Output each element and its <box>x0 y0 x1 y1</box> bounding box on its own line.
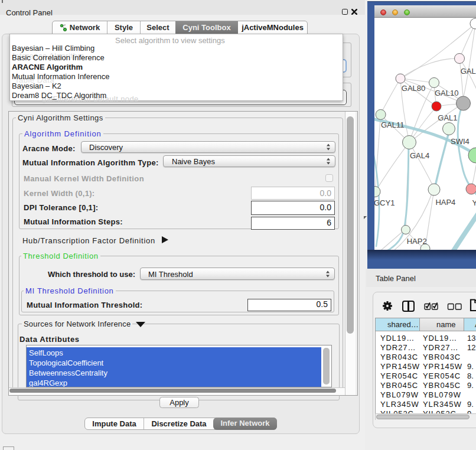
svg-text:SWI4: SWI4 <box>451 137 470 146</box>
svg-text:HAP4: HAP4 <box>435 198 455 207</box>
svg-text:HAP2: HAP2 <box>407 237 427 246</box>
svg-text:YEL0: YEL0 <box>472 198 476 207</box>
svg-text:GAL2: GAL2 <box>461 67 476 76</box>
svg-text:GAL1: GAL1 <box>438 113 457 122</box>
svg-text:GAL11: GAL11 <box>381 120 405 129</box>
svg-text:GAL10: GAL10 <box>435 89 458 97</box>
svg-text:GAL4: GAL4 <box>410 151 429 160</box>
svg-text:GCY1: GCY1 <box>374 198 395 207</box>
svg-text:GAL80: GAL80 <box>402 84 425 93</box>
